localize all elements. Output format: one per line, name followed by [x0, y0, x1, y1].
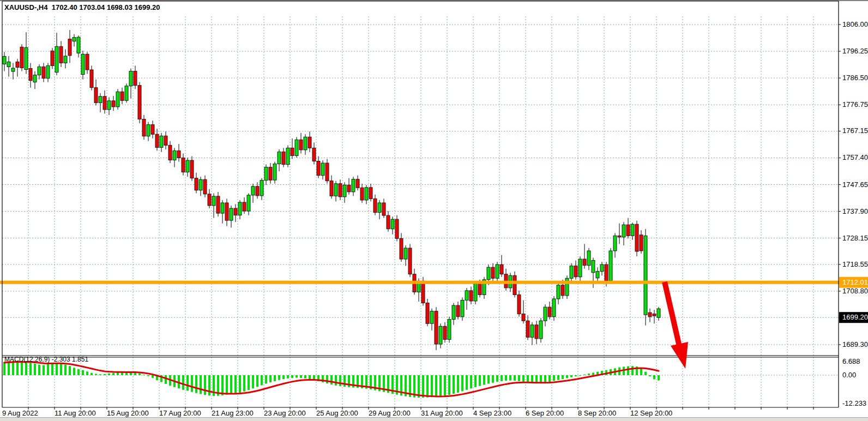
price-axis-label: 1708.80: [842, 287, 868, 295]
time-axis[interactable]: 9 Aug 202211 Aug 20:0015 Aug 20:0017 Aug…: [2, 407, 813, 417]
price-axis-label: 1718.55: [842, 260, 868, 268]
time-axis-label: 25 Aug 20:00: [316, 409, 358, 417]
symbol-period-label: XAUUSD-,H4: [4, 3, 47, 11]
price-axis-label: 1767.15: [842, 127, 868, 135]
time-axis-label: 23 Aug 20:00: [264, 409, 306, 417]
macd-histogram: [3, 361, 660, 398]
ohlc-readout: [47, 3, 51, 11]
time-axis-label: 21 Aug 23:00: [212, 409, 254, 417]
time-axis-label: 6 Sep 20:00: [526, 409, 564, 417]
price-axis-label: 1806.00: [842, 20, 868, 28]
price-axis-label: 1689.30: [842, 340, 868, 348]
macd-indicator-label: MACD(12,26,9) -2.303 1.851: [4, 356, 88, 363]
chart-title: XAUUSD-,H4 1702.40 1703.04 1698.03 1699.…: [4, 3, 160, 11]
current-price-tag-text: 1699.20: [842, 313, 868, 321]
macd-axis[interactable]: 6.6880.00-12.233: [842, 357, 866, 407]
price-axis-label: 1757.40: [842, 153, 868, 161]
time-axis-label: 17 Aug 20:00: [159, 409, 201, 417]
chart-borders: [0, 1, 868, 407]
price-axis-label: 1796.25: [842, 47, 868, 55]
price-axis-label: 1747.65: [842, 181, 868, 189]
time-axis-label: 31 Aug 20:00: [421, 409, 463, 417]
macd-axis-label: 0.00: [842, 371, 856, 379]
hline-1712[interactable]: 1712.01: [0, 277, 868, 288]
grid-lines: [2, 16, 839, 407]
price-axis-label: 1728.15: [842, 234, 868, 242]
price-axis[interactable]: 1806.001796.251786.501776.751767.151757.…: [839, 20, 868, 348]
time-axis-label: 11 Aug 20:00: [55, 409, 96, 417]
arrow-shaft: [665, 282, 679, 346]
time-axis-label: 12 Sep 20:00: [630, 409, 672, 417]
macd-axis-label: 6.688: [842, 357, 860, 365]
time-axis-label: 4 Sep 23:00: [473, 409, 511, 417]
chart-canvas[interactable]: 1712.011806.001796.251786.501776.751767.…: [0, 0, 868, 421]
price-axis-label: 1786.50: [842, 74, 868, 82]
price-axis-label: 1776.75: [842, 100, 868, 109]
time-axis-label: 29 Aug 20:00: [369, 409, 411, 417]
mt4-chart-window: 1712.011806.001796.251786.501776.751767.…: [0, 0, 868, 421]
bottom-status-strip: [0, 417, 868, 421]
ohlc-values: 1702.40 1703.04 1698.03 1699.20: [52, 3, 160, 11]
macd-axis-label: -12.233: [842, 399, 866, 407]
time-axis-label: 8 Sep 20:00: [578, 409, 616, 417]
time-axis-label: 15 Aug 20:00: [107, 409, 149, 417]
time-axis-label: 9 Aug 2022: [2, 409, 38, 417]
hline-price-tag-text: 1712.01: [842, 278, 868, 286]
price-axis-label: 1737.90: [842, 207, 868, 215]
